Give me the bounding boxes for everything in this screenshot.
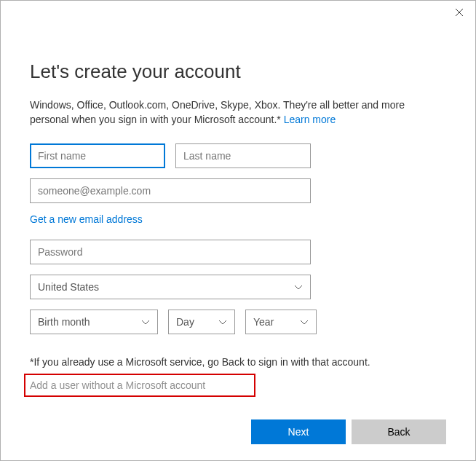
email-input[interactable] [30,178,311,203]
password-row [30,240,446,264]
close-button[interactable] [443,1,475,23]
description: Windows, Office, Outlook.com, OneDrive, … [30,98,446,127]
birth-year-select[interactable]: Year [245,310,317,334]
page-title: Let's create your account [30,60,446,83]
get-new-email-link[interactable]: Get a new email address [30,213,143,225]
get-new-email-row: Get a new email address [30,213,446,225]
email-row [30,178,446,203]
birth-month-select[interactable]: Birth month [30,310,158,334]
add-user-without-msa-link[interactable]: Add a user without a Microsoft account [30,379,205,391]
first-name-input[interactable] [30,143,165,168]
chevron-down-icon [218,318,227,326]
birth-day-select[interactable]: Day [168,310,235,334]
country-selected: United States [38,281,99,293]
button-row: Next Back [251,419,446,444]
chevron-down-icon [300,318,309,326]
country-row: United States [30,275,446,299]
learn-more-link[interactable]: Learn more [284,114,336,125]
highlight-annotation: Add a user without a Microsoft account [24,374,255,397]
description-text: Windows, Office, Outlook.com, OneDrive, … [30,99,405,125]
back-button[interactable]: Back [352,419,446,444]
chevron-down-icon [294,283,303,291]
password-input[interactable] [30,240,311,264]
name-row [30,143,446,168]
last-name-input[interactable] [175,143,311,168]
birth-year-label: Year [253,316,274,328]
content-area: Let's create your account Windows, Offic… [1,24,475,397]
title-bar [1,1,475,24]
chevron-down-icon [141,318,150,326]
birth-month-label: Birth month [38,316,90,328]
next-button[interactable]: Next [251,419,346,444]
birth-day-label: Day [176,316,194,328]
birthdate-row: Birth month Day Year [30,310,446,334]
country-select[interactable]: United States [30,275,311,299]
dialog-window: Let's create your account Windows, Offic… [0,0,476,461]
close-icon [456,9,463,16]
footnote-text: *If you already use a Microsoft service,… [30,356,446,368]
